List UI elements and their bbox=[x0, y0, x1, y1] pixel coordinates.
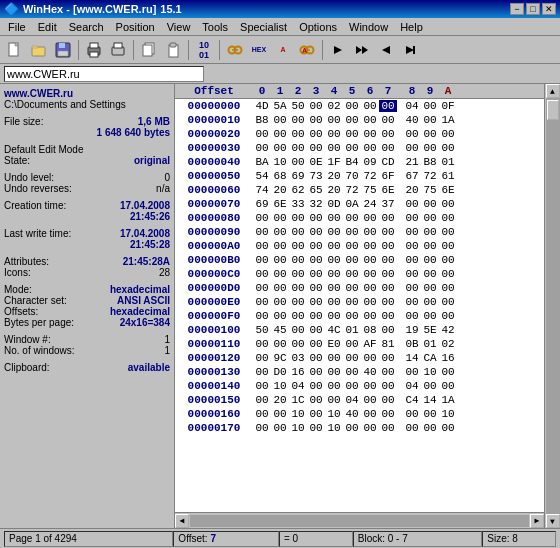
byte-cell[interactable]: 00 bbox=[379, 380, 397, 392]
byte-cell[interactable]: 00 bbox=[379, 296, 397, 308]
byte-cell[interactable]: 00 bbox=[421, 226, 439, 238]
byte-cell[interactable]: 00 bbox=[421, 142, 439, 154]
byte-cell[interactable]: 00 bbox=[271, 268, 289, 280]
scroll-thumb[interactable] bbox=[547, 100, 559, 120]
byte-cell[interactable]: 00 bbox=[403, 142, 421, 154]
byte-cell[interactable]: 00 bbox=[307, 100, 325, 112]
byte-cell[interactable]: 0F bbox=[439, 100, 457, 112]
arrow-double-button[interactable] bbox=[351, 39, 373, 61]
byte-cell[interactable]: 00 bbox=[439, 296, 457, 308]
byte-cell[interactable]: 00 bbox=[421, 310, 439, 322]
byte-cell[interactable]: 0A bbox=[343, 198, 361, 210]
byte-cell[interactable]: 00 bbox=[403, 198, 421, 210]
byte-cell[interactable]: 00 bbox=[325, 142, 343, 154]
byte-cell[interactable]: 00 bbox=[325, 254, 343, 266]
byte-cell[interactable]: 00 bbox=[439, 128, 457, 140]
menu-item-options[interactable]: Options bbox=[293, 19, 343, 35]
byte-cell[interactable]: 00 bbox=[421, 198, 439, 210]
byte-cell[interactable]: 0D bbox=[325, 198, 343, 210]
table-row[interactable]: 000000C00000000000000000000000 bbox=[175, 267, 544, 281]
paste-button[interactable] bbox=[162, 39, 184, 61]
byte-cell[interactable]: 00 bbox=[379, 366, 397, 378]
byte-cell[interactable]: 00 bbox=[325, 380, 343, 392]
byte-cell[interactable]: 00 bbox=[289, 156, 307, 168]
byte-cell[interactable]: 00 bbox=[325, 128, 343, 140]
byte-cell[interactable]: 00 bbox=[421, 408, 439, 420]
byte-cell[interactable]: 00 bbox=[271, 338, 289, 350]
byte-cell[interactable]: 32 bbox=[307, 198, 325, 210]
byte-cell[interactable]: 00 bbox=[379, 394, 397, 406]
byte-cell[interactable]: 00 bbox=[307, 366, 325, 378]
byte-cell[interactable]: 00 bbox=[403, 310, 421, 322]
menu-item-view[interactable]: View bbox=[161, 19, 197, 35]
byte-cell[interactable]: 00 bbox=[361, 310, 379, 322]
byte-cell[interactable]: 00 bbox=[253, 212, 271, 224]
byte-cell[interactable]: 00 bbox=[403, 408, 421, 420]
byte-cell[interactable]: 00 bbox=[439, 240, 457, 252]
byte-cell[interactable]: 00 bbox=[361, 226, 379, 238]
byte-cell[interactable]: 00 bbox=[421, 128, 439, 140]
table-row[interactable]: 00000100504500004C010800195E42 bbox=[175, 323, 544, 337]
print2-button[interactable] bbox=[107, 39, 129, 61]
byte-cell[interactable]: 69 bbox=[253, 198, 271, 210]
byte-cell[interactable]: 00 bbox=[307, 408, 325, 420]
byte-cell[interactable]: 50 bbox=[289, 100, 307, 112]
byte-cell[interactable]: 03 bbox=[289, 352, 307, 364]
search-hex-button[interactable]: HEX bbox=[248, 39, 270, 61]
byte-cell[interactable]: 40 bbox=[361, 366, 379, 378]
byte-cell[interactable]: 00 bbox=[343, 296, 361, 308]
byte-cell[interactable]: 75 bbox=[361, 184, 379, 196]
byte-cell[interactable]: 00 bbox=[343, 282, 361, 294]
percent-button[interactable]: 1001 bbox=[193, 39, 215, 61]
hscroll-left-btn[interactable]: ◀ bbox=[175, 514, 189, 528]
byte-cell[interactable]: 00 bbox=[361, 254, 379, 266]
menu-item-position[interactable]: Position bbox=[110, 19, 161, 35]
byte-cell[interactable]: 00 bbox=[421, 268, 439, 280]
byte-cell[interactable]: B8 bbox=[253, 114, 271, 126]
byte-cell[interactable]: 00 bbox=[253, 380, 271, 392]
table-row[interactable]: 00000060742062652072756E20756E bbox=[175, 183, 544, 197]
byte-cell[interactable]: 00 bbox=[343, 254, 361, 266]
table-row[interactable]: 00000010B80000000000000040001A bbox=[175, 113, 544, 127]
byte-cell[interactable]: 00 bbox=[403, 268, 421, 280]
byte-cell[interactable]: 00 bbox=[289, 324, 307, 336]
table-row[interactable]: 0000013000D0160000004000001000 bbox=[175, 365, 544, 379]
byte-cell[interactable]: 10 bbox=[271, 156, 289, 168]
byte-cell[interactable]: 00 bbox=[379, 254, 397, 266]
byte-cell[interactable]: 00 bbox=[379, 282, 397, 294]
byte-cell[interactable]: 10 bbox=[325, 408, 343, 420]
byte-cell[interactable]: 00 bbox=[271, 240, 289, 252]
byte-cell[interactable]: 00 bbox=[325, 352, 343, 364]
byte-cell[interactable]: 9C bbox=[271, 352, 289, 364]
byte-cell[interactable]: AF bbox=[361, 338, 379, 350]
byte-cell[interactable]: 00 bbox=[439, 142, 457, 154]
byte-cell[interactable]: 00 bbox=[325, 282, 343, 294]
byte-cell[interactable]: 00 bbox=[253, 128, 271, 140]
byte-cell[interactable]: 00 bbox=[379, 226, 397, 238]
table-row[interactable]: 000000A00000000000000000000000 bbox=[175, 239, 544, 253]
byte-cell[interactable]: 00 bbox=[379, 212, 397, 224]
copy-button[interactable] bbox=[138, 39, 160, 61]
byte-cell[interactable]: 00 bbox=[343, 366, 361, 378]
byte-cell[interactable]: 00 bbox=[253, 338, 271, 350]
table-row[interactable]: 00000040BA10000E1FB409CD21B801 bbox=[175, 155, 544, 169]
byte-cell[interactable]: 00 bbox=[403, 282, 421, 294]
byte-cell[interactable]: 00 bbox=[379, 114, 397, 126]
table-row[interactable]: 00000050546869732070726F677261 bbox=[175, 169, 544, 183]
byte-cell[interactable]: 00 bbox=[343, 128, 361, 140]
byte-cell[interactable]: 00 bbox=[343, 114, 361, 126]
byte-cell[interactable]: 00 bbox=[343, 212, 361, 224]
byte-cell[interactable]: 0B bbox=[403, 338, 421, 350]
byte-cell[interactable]: 00 bbox=[379, 310, 397, 322]
byte-cell[interactable]: 00 bbox=[253, 310, 271, 322]
arrow-back-button[interactable] bbox=[375, 39, 397, 61]
byte-cell[interactable]: 04 bbox=[343, 394, 361, 406]
byte-cell[interactable]: 65 bbox=[307, 184, 325, 196]
byte-cell[interactable]: 00 bbox=[361, 128, 379, 140]
byte-cell[interactable]: 00 bbox=[421, 296, 439, 308]
byte-cell[interactable]: 4C bbox=[325, 324, 343, 336]
byte-cell[interactable]: 00 bbox=[253, 422, 271, 434]
byte-cell[interactable]: 00 bbox=[343, 142, 361, 154]
byte-cell[interactable]: 00 bbox=[307, 254, 325, 266]
hex-body[interactable]: 000000004D5A50000200000004000F00000010B8… bbox=[175, 99, 544, 512]
